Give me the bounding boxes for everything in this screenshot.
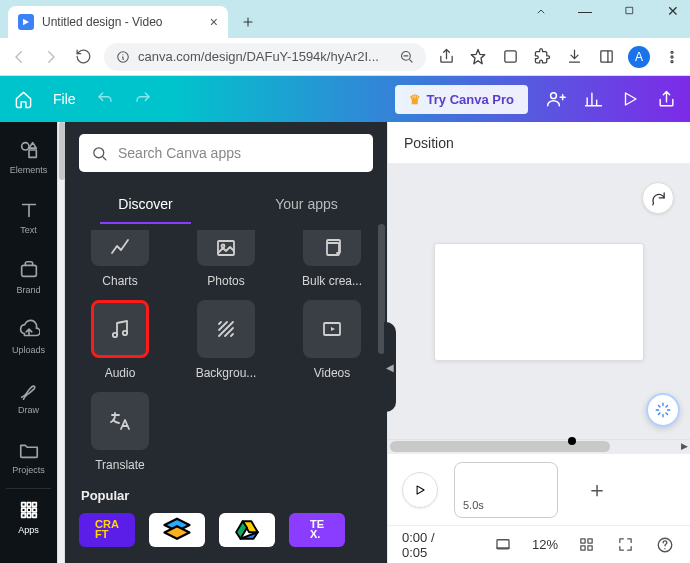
scrollbar-thumb[interactable] <box>390 441 610 452</box>
site-info-icon <box>116 50 130 64</box>
window-close-button[interactable]: ✕ <box>660 3 686 19</box>
svg-rect-4 <box>504 51 515 62</box>
tile-label: Bulk crea... <box>302 274 362 288</box>
svg-rect-13 <box>21 265 36 276</box>
tile-label: Backgrou... <box>196 366 257 380</box>
apps-search-field[interactable] <box>118 145 361 161</box>
window-minimize-button[interactable]: — <box>572 3 598 19</box>
tile-label: Translate <box>95 458 145 472</box>
sidebar-item-uploads[interactable]: Uploads <box>0 308 57 366</box>
canvas-page[interactable] <box>434 243 644 361</box>
svg-rect-14 <box>21 503 25 507</box>
popular-app-layers[interactable] <box>149 513 205 547</box>
tab-discover[interactable]: Discover <box>65 184 226 224</box>
browser-tab[interactable]: Untitled design - Video × <box>8 6 228 38</box>
svg-rect-39 <box>588 539 592 543</box>
regenerate-button[interactable] <box>642 182 674 214</box>
popular-section-label: Popular <box>81 488 373 503</box>
app-tile-photos[interactable] <box>197 230 255 266</box>
grid-view-button[interactable] <box>576 533 597 557</box>
svg-rect-20 <box>21 514 25 518</box>
nav-reload-button[interactable] <box>72 46 94 68</box>
help-button[interactable] <box>655 533 676 557</box>
timeline: 5.0s ＋ <box>388 453 690 525</box>
timeline-play-button[interactable] <box>402 472 438 508</box>
browser-titlebar: Untitled design - Video × — ✕ <box>0 0 690 38</box>
app-tile-bulk-create[interactable] <box>303 230 361 266</box>
redo-button[interactable] <box>134 90 152 108</box>
share-button[interactable] <box>657 90 676 109</box>
timeline-clip[interactable]: 5.0s <box>454 462 558 518</box>
window-maximize-button[interactable] <box>616 3 642 19</box>
svg-rect-19 <box>32 508 36 512</box>
tab-close-icon[interactable]: × <box>210 14 218 30</box>
sidebar-label: Apps <box>18 525 39 535</box>
puzzle-icon[interactable] <box>532 47 552 67</box>
zoom-level[interactable]: 12% <box>532 537 558 552</box>
apps-panel: ◀ Discover Your apps Charts Photos <box>65 122 387 563</box>
home-button[interactable] <box>14 90 33 109</box>
profile-avatar[interactable]: A <box>628 46 650 68</box>
svg-rect-21 <box>27 514 31 518</box>
popular-app-text[interactable]: TEX. <box>289 513 345 547</box>
download-icon[interactable] <box>564 47 584 67</box>
nav-forward-button[interactable] <box>40 46 62 68</box>
app-tile-videos[interactable] <box>303 300 361 358</box>
svg-rect-1 <box>626 7 632 13</box>
sidebar-item-draw[interactable]: Draw <box>0 368 57 426</box>
window-minimize-icon[interactable] <box>528 3 554 19</box>
canvas-viewport[interactable] <box>388 164 690 439</box>
sidebar-item-text[interactable]: Text <box>0 188 57 246</box>
app-header: File ♛ Try Canva Pro <box>0 76 690 122</box>
try-pro-label: Try Canva Pro <box>427 92 514 107</box>
browser-addressbar: canva.com/design/DAFuY-1594k/hyAr2I... A <box>0 38 690 76</box>
sidebar-item-elements[interactable]: Elements <box>0 128 57 186</box>
clip-duration: 5.0s <box>463 499 484 511</box>
popular-app-craft[interactable]: CRAFT <box>79 513 135 547</box>
svg-point-11 <box>21 143 28 150</box>
sidebar-item-apps[interactable]: Apps <box>0 488 57 546</box>
bookmark-star-icon[interactable] <box>468 47 488 67</box>
sidebar-item-brand[interactable]: Brand <box>0 248 57 306</box>
zoom-icon[interactable] <box>399 49 414 64</box>
add-page-button[interactable]: ＋ <box>574 467 620 513</box>
collaborators-button[interactable] <box>546 89 566 109</box>
position-button[interactable]: Position <box>404 135 454 151</box>
svg-rect-38 <box>581 539 585 543</box>
svg-point-23 <box>94 147 104 157</box>
magic-button[interactable] <box>646 393 680 427</box>
svg-rect-18 <box>27 508 31 512</box>
scroll-right-icon[interactable]: ▶ <box>681 441 688 451</box>
panel-resizer[interactable] <box>57 122 65 563</box>
file-menu[interactable]: File <box>53 91 76 107</box>
canvas-hscroll[interactable]: ◀ ▶ <box>388 439 690 453</box>
tab-your-apps[interactable]: Your apps <box>226 184 387 224</box>
undo-button[interactable] <box>96 90 114 108</box>
sidepanel-icon[interactable] <box>596 47 616 67</box>
url-input[interactable]: canva.com/design/DAFuY-1594k/hyAr2I... <box>104 43 426 71</box>
playhead-knob[interactable] <box>568 437 576 445</box>
app-tile-translate[interactable] <box>91 392 149 450</box>
analytics-button[interactable] <box>584 90 603 109</box>
browser-menu-icon[interactable] <box>662 47 682 67</box>
svg-rect-15 <box>27 503 31 507</box>
svg-rect-41 <box>588 546 592 550</box>
app-tile-background[interactable] <box>197 300 255 358</box>
new-tab-button[interactable] <box>234 8 262 36</box>
present-button[interactable] <box>621 90 639 108</box>
share-icon[interactable] <box>436 47 456 67</box>
panel-collapse-button[interactable]: ◀ <box>384 322 396 412</box>
fullscreen-button[interactable] <box>615 533 636 557</box>
notes-button[interactable] <box>493 533 514 557</box>
app-tile-audio[interactable] <box>91 300 149 358</box>
try-pro-button[interactable]: ♛ Try Canva Pro <box>395 85 528 114</box>
extension-icon[interactable] <box>500 47 520 67</box>
apps-search-input[interactable] <box>79 134 373 172</box>
sidebar-item-projects[interactable]: Projects <box>0 428 57 486</box>
search-icon <box>91 145 108 162</box>
svg-point-28 <box>123 331 127 335</box>
tile-label: Charts <box>102 274 137 288</box>
popular-app-drive[interactable] <box>219 513 275 547</box>
nav-back-button[interactable] <box>8 46 30 68</box>
app-tile-charts[interactable] <box>91 230 149 266</box>
